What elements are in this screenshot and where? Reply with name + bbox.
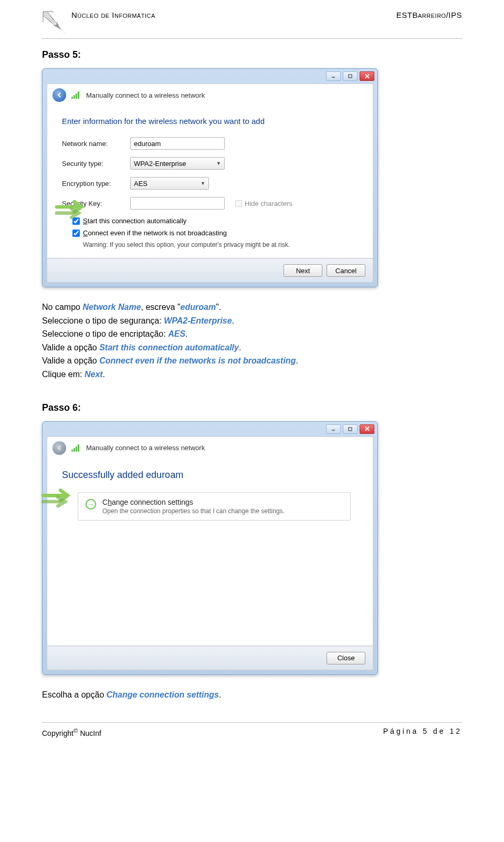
step5-instructions: No campo Network Name, escreva "eduroam"… xyxy=(42,300,462,381)
doc-header: Núcleo de Informática ESTBarreiro/IPS xyxy=(42,0,462,39)
cancel-button[interactable]: Cancel xyxy=(327,264,365,277)
arrow-right-icon: → xyxy=(86,499,96,510)
close-button[interactable]: ✕ xyxy=(360,424,374,434)
dialog-add-network: ✕ Manually connect to a wireless network… xyxy=(42,68,378,287)
minimize-button[interactable] xyxy=(326,71,341,81)
minimize-button[interactable] xyxy=(326,424,341,434)
close-dialog-button[interactable]: Close xyxy=(327,652,365,664)
step6-title: Passo 6: xyxy=(42,402,462,413)
dialog-success: ✕ Manually connect to a wireless network… xyxy=(42,421,378,675)
doc-footer: Copyright© NucInf Página 5 de 12 xyxy=(42,722,462,737)
security-key-input[interactable] xyxy=(130,197,225,210)
chevron-down-icon: ▼ xyxy=(216,161,221,166)
chevron-down-icon: ▼ xyxy=(201,181,205,186)
back-button xyxy=(52,441,66,455)
dialog-body: Successfully added eduroam → Change conn… xyxy=(47,459,373,646)
encryption-type-label: Encryption type: xyxy=(62,180,130,188)
network-name-label: Network name: xyxy=(62,140,130,148)
wifi-icon xyxy=(71,91,81,99)
hide-characters-checkbox[interactable]: Hide characters xyxy=(235,200,292,207)
header-left-text: Núcleo de Informática xyxy=(71,11,155,19)
change-settings-option[interactable]: → Change connection settings Open the co… xyxy=(78,492,351,521)
connect-hidden-checkbox[interactable]: Connect even if the network is not broad… xyxy=(72,229,358,237)
annotation-arrow-icon xyxy=(38,483,80,510)
crumb-text: Manually connect to a wireless network xyxy=(86,91,205,99)
svg-rect-1 xyxy=(349,75,352,78)
crumb-text: Manually connect to a wireless network xyxy=(86,444,205,452)
close-button[interactable]: ✕ xyxy=(360,71,374,81)
step5-title: Passo 5: xyxy=(42,49,462,60)
breadcrumb: Manually connect to a wireless network xyxy=(47,84,373,106)
wifi-icon xyxy=(71,444,81,452)
button-row: Close xyxy=(47,646,373,670)
success-heading: Successfully added eduroam xyxy=(62,470,358,481)
svg-rect-3 xyxy=(349,428,352,431)
titlebar: ✕ xyxy=(43,69,377,84)
option-subtitle: Open the connection properties so that I… xyxy=(102,507,285,515)
next-button[interactable]: Next xyxy=(284,264,322,277)
start-auto-checkbox[interactable]: Start this connection automatically xyxy=(72,217,358,225)
warning-text: Warning: If you select this option, your… xyxy=(83,241,358,248)
maximize-button[interactable] xyxy=(343,424,358,434)
breadcrumb: Manually connect to a wireless network xyxy=(47,436,373,459)
encryption-type-select[interactable]: AES▼ xyxy=(130,177,209,190)
back-button[interactable] xyxy=(52,88,66,102)
dialog-body: Enter information for the wireless netwo… xyxy=(47,106,373,258)
button-row: Next Cancel xyxy=(47,258,373,283)
security-key-label: Security Key: xyxy=(62,200,130,207)
step6-instructions: Escolha a opção Change connection settin… xyxy=(42,688,462,702)
security-type-label: Security type: xyxy=(62,160,130,168)
network-name-input[interactable] xyxy=(130,137,225,150)
logo-icon xyxy=(42,11,67,36)
titlebar: ✕ xyxy=(43,422,377,436)
header-right-text: ESTBarreiro/IPS xyxy=(396,11,462,19)
maximize-button[interactable] xyxy=(343,71,358,81)
security-type-select[interactable]: WPA2-Enterprise▼ xyxy=(130,157,225,170)
dialog-heading: Enter information for the wireless netwo… xyxy=(62,117,358,126)
